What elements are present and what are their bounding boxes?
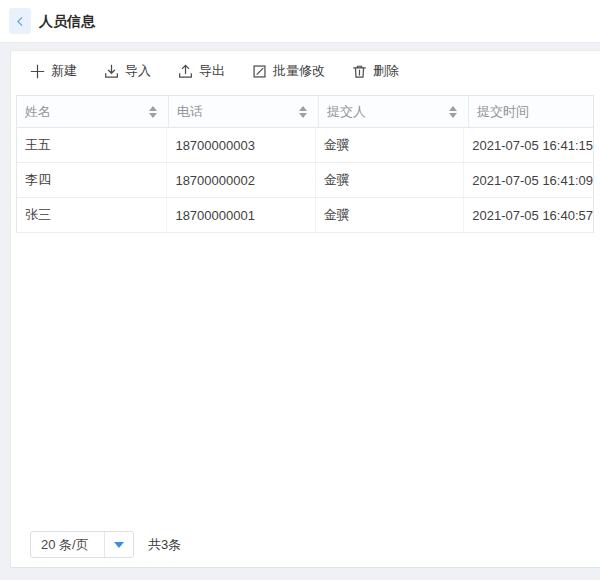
export-button[interactable]: 导出 xyxy=(178,62,225,80)
cell-submit-time: 2021-07-05 16:41:09 xyxy=(464,163,593,197)
cell-phone: 18700000002 xyxy=(167,163,315,197)
new-button[interactable]: 新建 xyxy=(30,62,77,80)
cell-name: 王五 xyxy=(17,128,167,162)
delete-button[interactable]: 删除 xyxy=(352,62,399,80)
column-header-label: 提交人 xyxy=(327,103,366,121)
personnel-table: 姓名 电话 提交人 提交时间 王五 18700000003 金骥 xyxy=(16,95,594,233)
cell-submit-time: 2021-07-05 16:40:57 xyxy=(464,198,593,232)
cell-submitter: 金骥 xyxy=(316,198,464,232)
column-header-name[interactable]: 姓名 xyxy=(17,96,169,127)
edit-square-icon xyxy=(252,64,267,79)
batch-edit-button-label: 批量修改 xyxy=(273,62,325,80)
page-size-value: 20 条/页 xyxy=(31,532,104,557)
import-icon xyxy=(104,64,119,79)
total-count-label: 共3条 xyxy=(148,536,181,554)
toolbar: 新建 导入 导出 批量修改 xyxy=(30,56,426,86)
cell-submitter: 金骥 xyxy=(316,128,464,162)
content-card: 新建 导入 导出 批量修改 xyxy=(10,50,600,568)
pagination-bar: 20 条/页 共3条 xyxy=(30,531,181,558)
export-button-label: 导出 xyxy=(199,62,225,80)
sort-icon[interactable] xyxy=(149,106,157,118)
sort-icon[interactable] xyxy=(449,106,457,118)
cell-name: 李四 xyxy=(17,163,167,197)
batch-edit-button[interactable]: 批量修改 xyxy=(252,62,325,80)
import-button[interactable]: 导入 xyxy=(104,62,151,80)
cell-submit-time: 2021-07-05 16:41:15 xyxy=(464,128,593,162)
app-window: 人员信息 新建 导入 导出 xyxy=(0,0,600,580)
trash-icon xyxy=(352,64,367,79)
new-button-label: 新建 xyxy=(51,62,77,80)
cell-submitter: 金骥 xyxy=(316,163,464,197)
delete-button-label: 删除 xyxy=(373,62,399,80)
caret-down-icon[interactable] xyxy=(104,532,133,557)
table-row[interactable]: 张三 18700000001 金骥 2021-07-05 16:40:57 xyxy=(17,198,593,233)
import-button-label: 导入 xyxy=(125,62,151,80)
plus-icon xyxy=(30,64,45,79)
table-row[interactable]: 李四 18700000002 金骥 2021-07-05 16:41:09 xyxy=(17,163,593,198)
column-header-label: 电话 xyxy=(177,103,203,121)
page-size-select[interactable]: 20 条/页 xyxy=(30,531,134,558)
top-bar: 人员信息 xyxy=(0,0,600,43)
table-header-row: 姓名 电话 提交人 提交时间 xyxy=(17,96,593,128)
table-row[interactable]: 王五 18700000003 金骥 2021-07-05 16:41:15 xyxy=(17,128,593,163)
cell-phone: 18700000001 xyxy=(167,198,315,232)
cell-phone: 18700000003 xyxy=(167,128,315,162)
sort-icon[interactable] xyxy=(299,106,307,118)
page-title: 人员信息 xyxy=(39,0,95,42)
chevron-left-icon xyxy=(15,15,25,28)
column-header-label: 提交时间 xyxy=(477,103,529,121)
column-header-phone[interactable]: 电话 xyxy=(169,96,319,127)
back-button[interactable] xyxy=(9,8,31,34)
column-header-submit-time: 提交时间 xyxy=(469,96,593,127)
column-header-label: 姓名 xyxy=(25,103,51,121)
cell-name: 张三 xyxy=(17,198,167,232)
export-icon xyxy=(178,64,193,79)
column-header-submitter[interactable]: 提交人 xyxy=(319,96,469,127)
